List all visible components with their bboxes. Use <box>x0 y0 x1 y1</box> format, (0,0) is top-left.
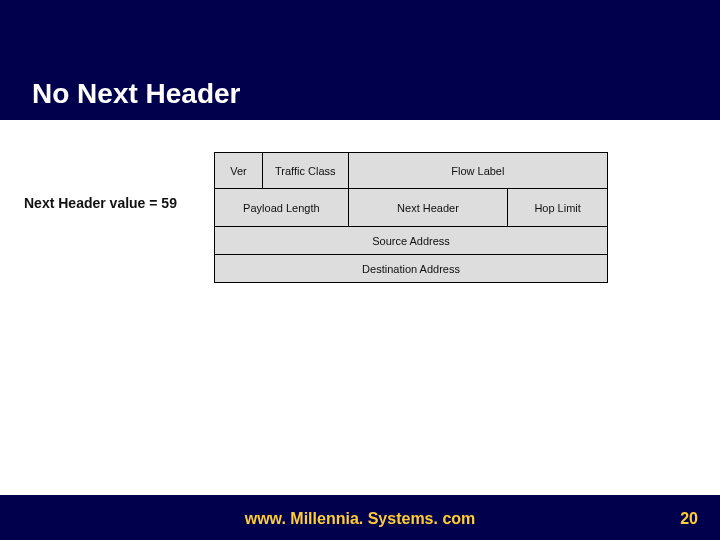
field-flow-label: Flow Label <box>348 153 607 189</box>
slide: No Next Header Next Header value = 59 Ve… <box>0 0 720 540</box>
field-traffic-class: Traffic Class <box>262 153 348 189</box>
field-source-address: Source Address <box>215 227 608 255</box>
footer-url: www. Millennia. Systems. com <box>0 510 720 528</box>
slide-title: No Next Header <box>32 78 241 110</box>
next-header-note: Next Header value = 59 <box>24 195 177 211</box>
ipv6-header-table: Ver Traffic Class Flow Label Payload Len… <box>214 152 608 283</box>
field-next-header: Next Header <box>348 189 508 227</box>
field-payload-length: Payload Length <box>215 189 349 227</box>
field-hop-limit: Hop Limit <box>508 189 608 227</box>
field-ver: Ver <box>215 153 263 189</box>
field-destination-address: Destination Address <box>215 255 608 283</box>
page-number: 20 <box>680 510 698 528</box>
